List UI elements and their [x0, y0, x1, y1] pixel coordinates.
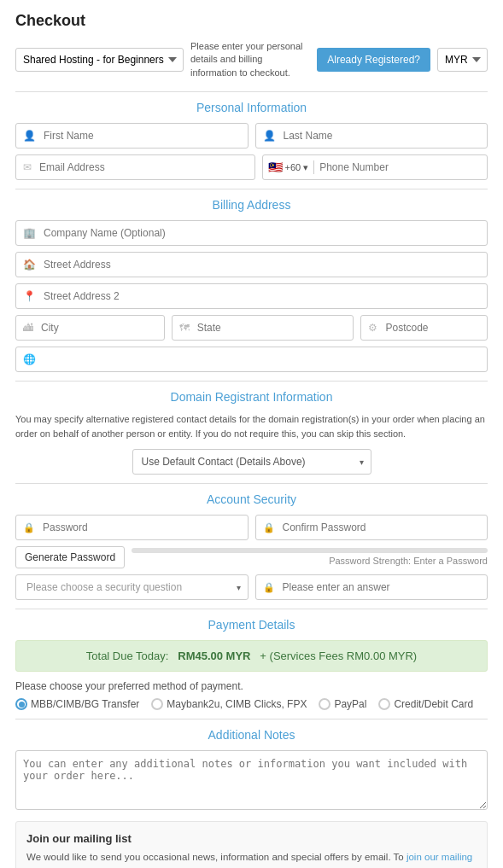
checkout-info-text: Please enter your personal details and b…	[190, 40, 310, 79]
street1-wrapper: 🏠	[15, 252, 488, 277]
first-name-input[interactable]	[40, 124, 241, 148]
currency-select[interactable]: MYR	[437, 48, 488, 72]
section-billing-address: Billing Address	[15, 198, 488, 212]
total-due-box: Total Due Today: RM45.00 MYR + (Services…	[15, 640, 488, 672]
city-icon: 🏙	[23, 322, 33, 334]
payment-method-maybank[interactable]: Maybank2u, CIMB Clicks, FPX	[151, 698, 307, 710]
mailing-list-title: Join our mailing list	[26, 832, 477, 845]
name-row: 👤 👤	[15, 123, 488, 149]
password-strength-section: Password Strength: Enter a Password	[132, 546, 488, 566]
phone-input[interactable]	[314, 155, 487, 179]
section-account-security: Account Security	[15, 492, 488, 506]
password-row: 🔒 🔒	[15, 515, 488, 540]
already-registered-button[interactable]: Already Registered?	[317, 48, 430, 72]
email-wrapper: ✉	[15, 154, 255, 180]
security-answer-wrapper: 🔒	[255, 574, 488, 600]
location-icon: 📍	[23, 290, 36, 302]
company-wrapper: 🏢	[15, 220, 488, 246]
street2-input[interactable]	[40, 284, 480, 308]
globe-icon: 🌐	[23, 353, 36, 365]
paypal-label: PayPal	[334, 698, 366, 710]
mailing-list-box: Join our mailing list We would like to s…	[15, 821, 488, 868]
radio-paypal[interactable]	[319, 698, 330, 710]
lock-icon-2: 🔒	[263, 522, 275, 533]
postcode-input[interactable]	[382, 316, 480, 340]
country-input[interactable]: Malaysia	[40, 347, 480, 371]
product-select[interactable]: Shared Hosting - for Beginners	[15, 48, 184, 72]
security-question-row: Please choose a security question ▾ 🔒	[15, 574, 488, 600]
phone-flag-select[interactable]: 🇲🇾 +60 ▾	[263, 160, 315, 174]
state-wrapper: 🗺	[172, 315, 354, 341]
company-row: 🏢	[15, 220, 488, 246]
maybank-label: Maybank2u, CIMB Clicks, FPX	[167, 698, 307, 710]
mbb-label: MBB/CIMB/BG Transfer	[31, 698, 139, 710]
payment-method-label: Please choose your preferred method of p…	[15, 680, 488, 692]
city-wrapper: 🏙	[15, 315, 165, 341]
street2-wrapper: 📍	[15, 283, 488, 309]
mailing-list-text: We would like to send you occasional new…	[26, 850, 477, 868]
flag-icon: 🇲🇾	[268, 160, 283, 174]
page-title: Checkout	[15, 12, 488, 30]
top-bar: Shared Hosting - for Beginners Please en…	[15, 40, 488, 79]
radio-maybank[interactable]	[151, 698, 163, 710]
password-strength-bar	[132, 548, 488, 553]
last-name-input[interactable]	[280, 124, 481, 148]
password-input[interactable]	[39, 516, 241, 539]
mailing-list-link[interactable]: join our mailing list	[26, 852, 472, 868]
street2-row: 📍	[15, 283, 488, 309]
email-input[interactable]	[36, 155, 248, 179]
domain-info-text: You may specify alternative registered c…	[15, 412, 488, 440]
password-wrapper: 🔒	[15, 515, 249, 540]
country-row: 🌐 Malaysia	[15, 347, 488, 372]
state-input[interactable]	[194, 316, 347, 340]
address-icon: 🏠	[23, 259, 36, 271]
confirm-password-input[interactable]	[279, 516, 481, 539]
city-state-row: 🏙 🗺 ⚙	[15, 315, 488, 341]
notes-textarea[interactable]	[15, 750, 488, 810]
services-fees-text: + (Services Fees RM0.00 MYR)	[260, 650, 417, 662]
phone-wrapper: 🇲🇾 +60 ▾	[262, 154, 488, 180]
phone-code: +60	[285, 162, 301, 172]
divider-payment	[15, 609, 488, 609]
city-input[interactable]	[38, 316, 157, 340]
payment-method-card[interactable]: Credit/Debit Card	[378, 698, 473, 710]
radio-card[interactable]	[378, 698, 390, 710]
contact-row: ✉ 🇲🇾 +60 ▾	[15, 154, 488, 180]
payment-methods-list: MBB/CIMB/BG Transfer Maybank2u, CIMB Cli…	[15, 698, 488, 710]
phone-dropdown-arrow: ▾	[303, 162, 308, 173]
section-domain-registrant: Domain Registrant Information	[15, 390, 488, 404]
domain-contact-select[interactable]: Use Default Contact (Details Above)	[133, 450, 371, 474]
country-wrapper: 🌐 Malaysia	[15, 347, 488, 372]
last-name-wrapper: 👤	[255, 123, 488, 149]
section-personal-info: Personal Information	[15, 101, 488, 114]
confirm-password-wrapper: 🔒	[255, 515, 488, 540]
postcode-wrapper: ⚙	[360, 315, 488, 341]
total-due-amount: RM45.00 MYR	[178, 650, 250, 662]
divider-notes	[15, 719, 488, 719]
street1-row: 🏠	[15, 252, 488, 277]
total-due-label: Total Due Today:	[86, 650, 169, 662]
postcode-icon: ⚙	[368, 322, 377, 334]
password-strength-text: Password Strength: Enter a Password	[132, 556, 488, 566]
email-icon: ✉	[23, 161, 32, 173]
street1-input[interactable]	[40, 253, 480, 277]
divider-personal	[15, 91, 488, 92]
building-icon: 🏢	[23, 227, 36, 239]
generate-password-button[interactable]: Generate Password	[15, 546, 125, 568]
security-question-select[interactable]: Please choose a security question	[23, 575, 241, 599]
section-additional-notes: Additional Notes	[15, 728, 488, 742]
divider-domain	[15, 381, 488, 382]
payment-method-mbb[interactable]: MBB/CIMB/BG Transfer	[15, 698, 139, 710]
radio-mbb[interactable]	[15, 698, 27, 710]
person-icon-2: 👤	[263, 130, 276, 142]
domain-contact-select-wrapper: Use Default Contact (Details Above) ▾	[132, 449, 371, 475]
state-icon: 🗺	[179, 322, 190, 334]
security-answer-input[interactable]	[279, 575, 481, 599]
divider-billing	[15, 189, 488, 189]
card-label: Credit/Debit Card	[394, 698, 473, 710]
first-name-wrapper: 👤	[15, 123, 249, 149]
company-input[interactable]	[40, 221, 480, 245]
payment-method-paypal[interactable]: PayPal	[319, 698, 366, 710]
divider-account	[15, 483, 488, 484]
person-icon: 👤	[23, 130, 36, 142]
